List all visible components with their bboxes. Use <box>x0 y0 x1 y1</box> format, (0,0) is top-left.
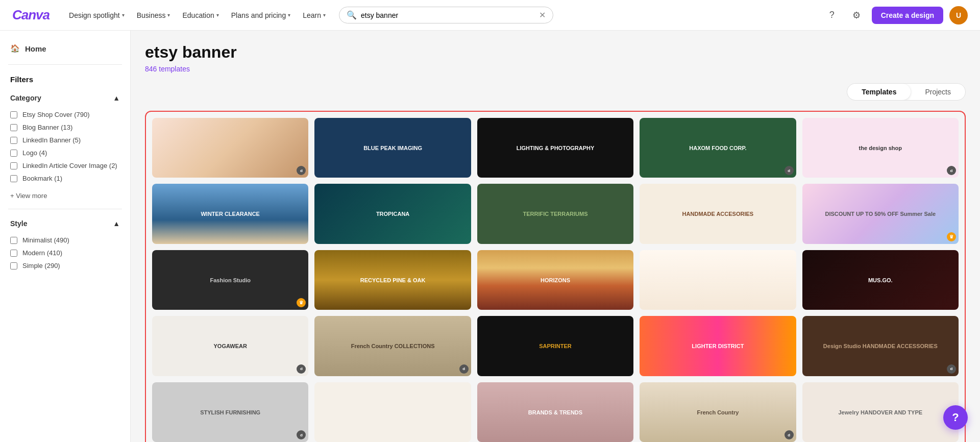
chevron-down-icon: ▾ <box>288 12 290 18</box>
template-card-handmade-acc[interactable]: HANDMADE ACCESORIES <box>640 184 796 243</box>
style-filter-header[interactable]: Style ▲ <box>0 215 130 232</box>
sidebar-home[interactable]: 🏠 Home <box>0 39 130 58</box>
filter-logo[interactable]: Logo (4) <box>0 146 130 159</box>
template-card-design-studio[interactable]: Design Studio HANDMADE ACCESSORIESd <box>802 316 959 376</box>
card-inner: French Country COLLECTIONSd <box>314 316 471 376</box>
template-card-stylish-furnish-1[interactable]: STYLISH FURNISHINGd <box>152 382 308 442</box>
draft-badge: d <box>947 166 956 175</box>
canva-logo[interactable]: Canva <box>12 7 50 23</box>
card-inner: LIGHTER DISTRICT <box>640 316 796 376</box>
nav-design-spotlight[interactable]: Design spotlight ▾ <box>64 8 130 22</box>
draft-badge: d <box>785 430 794 439</box>
nav-plans-pricing[interactable]: Plans and pricing ▾ <box>226 8 296 22</box>
card-inner: HAXOM FOOD CORP.d <box>640 118 796 178</box>
template-card-horizons[interactable]: HORIZONS <box>477 250 633 310</box>
template-card-terrarium[interactable]: TERRIFIC TERRARIUMS <box>477 184 633 243</box>
chevron-up-icon: ▲ <box>113 94 120 102</box>
card-inner: Fashion Studio♛ <box>152 250 308 310</box>
pro-badge: ♛ <box>947 232 956 241</box>
template-card-food-corp[interactable]: HAXOM FOOD CORP.d <box>640 118 796 178</box>
card-inner: HORIZONS <box>477 250 633 310</box>
card-inner: MUS.GO. <box>802 250 959 310</box>
template-card-jewelry[interactable]: Jewelry HANDOVER AND TYPE <box>802 382 959 442</box>
card-inner: HANDMADE ACCESORIES <box>640 184 796 243</box>
draft-badge: d <box>297 364 306 374</box>
filter-linkedin-article[interactable]: LinkedIn Article Cover Image (2) <box>0 159 130 172</box>
card-inner: LIGHTING & PHOTOGRAPHY <box>477 118 633 178</box>
chevron-down-icon: ▾ <box>323 12 326 18</box>
nav-links: Design spotlight ▾ Business ▾ Education … <box>64 8 331 22</box>
sidebar: 🏠 Home Filters Category ▲ Etsy Shop Cove… <box>0 31 131 442</box>
nav-business[interactable]: Business ▾ <box>132 8 176 22</box>
avatar[interactable]: U <box>949 6 968 24</box>
chevron-up-icon-2: ▲ <box>113 219 120 228</box>
filter-minimalist[interactable]: Minimalist (490) <box>0 234 130 247</box>
nav-learn[interactable]: Learn ▾ <box>298 8 331 22</box>
card-inner: BRANDS & TRENDS <box>477 382 633 442</box>
chevron-down-icon: ▾ <box>216 12 219 18</box>
tabs-row: Templates Projects <box>145 83 966 101</box>
template-card-french-country[interactable]: French Countryd <box>640 382 796 442</box>
card-inner: TERRIFIC TERRARIUMS <box>477 184 633 243</box>
template-card-tropicana[interactable]: TROPICANA <box>314 184 471 243</box>
sidebar-divider <box>8 64 122 65</box>
search-bar: 🔍 ✕ <box>339 7 553 23</box>
template-card-saprinter[interactable]: SAPRINTER <box>477 316 633 376</box>
draft-badge: d <box>947 364 956 374</box>
filter-modern[interactable]: Modern (410) <box>0 247 130 259</box>
settings-icon[interactable]: ⚙ <box>847 6 866 24</box>
filter-linkedin-banner[interactable]: LinkedIn Banner (5) <box>0 134 130 146</box>
view-more-categories[interactable]: + View more <box>0 189 130 203</box>
pro-badge: ♛ <box>297 298 306 307</box>
card-inner: WINTER CLEARANCE <box>152 184 308 243</box>
nav-right: ? ⚙ Create a design U <box>823 6 968 24</box>
template-card-lighter[interactable]: LIGHTER DISTRICT <box>640 316 796 376</box>
template-card-pine-oak[interactable]: RECYCLED PINE & OAK <box>314 250 471 310</box>
clear-icon[interactable]: ✕ <box>539 10 546 20</box>
nav-education[interactable]: Education ▾ <box>177 8 224 22</box>
template-card-brands-trends[interactable]: BRANDS & TRENDS <box>477 382 633 442</box>
card-inner: French Countryd <box>640 382 796 442</box>
template-card-summer-sale[interactable]: DISCOUNT UP TO 50% OFF Summer Sale♛ <box>802 184 959 243</box>
template-card-design-shop[interactable]: the design shopd <box>802 118 959 178</box>
template-card-cables-bottom[interactable] <box>314 382 471 442</box>
tabs-container: Templates Projects <box>847 83 966 101</box>
filter-bookmark[interactable]: Bookmark (1) <box>0 172 130 185</box>
card-inner: TROPICANA <box>314 184 471 243</box>
template-card-winter[interactable]: WINTER CLEARANCE <box>152 184 308 243</box>
draft-badge: d <box>297 430 306 439</box>
template-card-lighting[interactable]: LIGHTING & PHOTOGRAPHY <box>477 118 633 178</box>
card-inner: YOGAWEARd <box>152 316 308 376</box>
template-card-photo-collage[interactable]: d <box>152 118 308 178</box>
template-card-french-country-2[interactable]: French Country COLLECTIONSd <box>314 316 471 376</box>
draft-badge: d <box>785 166 794 175</box>
template-card-musgo[interactable]: MUS.GO. <box>802 250 959 310</box>
category-filter-header[interactable]: Category ▲ <box>0 90 130 106</box>
template-card-floral-bottom[interactable] <box>640 250 796 310</box>
draft-badge: d <box>459 364 469 374</box>
help-icon[interactable]: ? <box>823 6 841 24</box>
help-bubble[interactable]: ? <box>943 405 968 430</box>
template-card-blue-peak[interactable]: BLUE PEAK IMAGING <box>314 118 471 178</box>
search-input[interactable] <box>361 11 537 19</box>
template-card-yogawear[interactable]: YOGAWEARd <box>152 316 308 376</box>
card-inner: Jewelry HANDOVER AND TYPE <box>802 382 959 442</box>
filter-blog-banner[interactable]: Blog Banner (13) <box>0 121 130 134</box>
template-grid: dBLUE PEAK IMAGINGLIGHTING & PHOTOGRAPHY… <box>152 118 959 442</box>
tab-templates[interactable]: Templates <box>847 84 911 100</box>
filter-etsy-shop[interactable]: Etsy Shop Cover (790) <box>0 108 130 121</box>
tab-projects[interactable]: Projects <box>911 84 965 100</box>
template-grid-outer: dBLUE PEAK IMAGINGLIGHTING & PHOTOGRAPHY… <box>145 111 966 442</box>
top-navigation: Canva Design spotlight ▾ Business ▾ Educ… <box>0 0 980 31</box>
template-card-fashion-studio[interactable]: Fashion Studio♛ <box>152 250 308 310</box>
create-design-button[interactable]: Create a design <box>872 7 943 24</box>
card-inner: DISCOUNT UP TO 50% OFF Summer Sale♛ <box>802 184 959 243</box>
filter-simple[interactable]: Simple (290) <box>0 259 130 272</box>
card-inner <box>640 250 796 310</box>
chevron-down-icon: ▾ <box>122 12 125 18</box>
card-inner: BLUE PEAK IMAGING <box>314 118 471 178</box>
sidebar-divider-2 <box>8 209 122 209</box>
category-filter-items: Etsy Shop Cover (790) Blog Banner (13) L… <box>0 106 130 189</box>
draft-badge: d <box>297 166 306 175</box>
content-area: etsy banner 846 templates Templates Proj… <box>131 31 980 442</box>
